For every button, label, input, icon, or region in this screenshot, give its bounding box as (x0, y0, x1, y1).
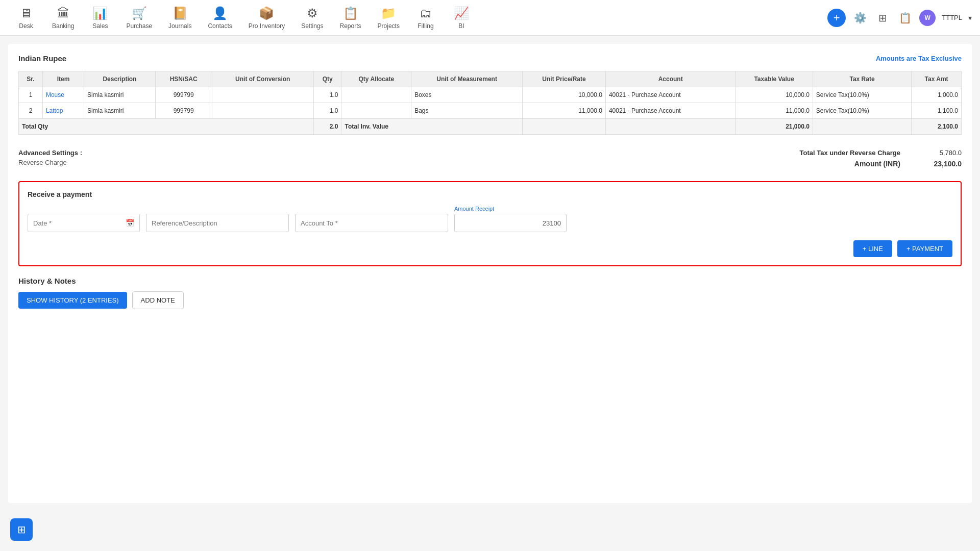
grid-icon[interactable]: ⊞ (874, 10, 891, 26)
nav-reports[interactable]: 📋 Reports (332, 2, 370, 34)
items-table: Sr. Item Description HSN/SAC Unit of Con… (18, 71, 962, 135)
nav-purchase-label: Purchase (126, 22, 152, 30)
total-inv-spacer2 (605, 119, 736, 135)
nav-right-actions: + ⚙️ ⊞ 📋 W TTTPL ▾ (827, 9, 972, 27)
col-uom: Unit of Measurement (411, 71, 523, 87)
add-note-button[interactable]: ADD NOTE (132, 291, 184, 309)
nav-banking[interactable]: 🏛 Banking (44, 2, 82, 34)
account-field (295, 214, 448, 232)
amount-row: Amount (INR) 23,100.0 (800, 160, 962, 168)
cell-tax-amt: 1,000.0 (912, 87, 962, 103)
amount-label: Amount (INR) (854, 160, 900, 168)
company-name: TTTPL (942, 14, 962, 21)
col-item: Item (42, 71, 84, 87)
date-input-wrapper[interactable]: 📅 (28, 214, 140, 232)
total-tax-amt: 2,100.0 (912, 119, 962, 135)
cell-account: 40021 - Purchase Account (605, 103, 736, 119)
nav-filling-label: Filling (418, 22, 433, 30)
add-button[interactable]: + (827, 9, 846, 27)
cell-account: 40021 - Purchase Account (605, 87, 736, 103)
amount-input[interactable] (460, 219, 561, 227)
desk-icon: 🖥 (20, 6, 32, 20)
summary-section: Total Tax under Reverse Charge 5,780.0 A… (800, 149, 962, 171)
total-qty-value: 2.0 (313, 119, 341, 135)
show-history-button[interactable]: SHOW HISTORY (2 ENTRIES) (18, 292, 127, 309)
tax-exclusive-label: Amounts are Tax Exclusive (876, 55, 962, 62)
col-account: Account (605, 71, 736, 87)
col-qty-allocate: Qty Allocate (341, 71, 411, 87)
amount-input-wrapper[interactable] (454, 214, 567, 232)
gear-icon[interactable]: ⚙️ (852, 10, 868, 26)
nav-projects-label: Projects (378, 22, 400, 30)
date-input[interactable] (33, 219, 126, 227)
reverse-charge-row: Total Tax under Reverse Charge 5,780.0 (800, 149, 962, 157)
item-link[interactable]: Lattop (46, 107, 63, 114)
nav-sales-label: Sales (92, 22, 108, 30)
table-row: 2 Lattop Simla kasmiri 999799 1.0 Bags 1… (19, 103, 962, 119)
filling-icon: 🗂 (420, 6, 432, 20)
cell-qty: 1.0 (313, 103, 341, 119)
col-sr: Sr. (19, 71, 43, 87)
nav-filling[interactable]: 🗂 Filling (408, 2, 444, 34)
nav-pro-inventory[interactable]: 📦 Pro Inventory (240, 2, 293, 34)
journals-icon: 📔 (173, 6, 188, 20)
nav-journals[interactable]: 📔 Journals (160, 2, 200, 34)
nav-contacts-label: Contacts (208, 22, 232, 30)
total-tax-spacer (813, 119, 911, 135)
main-content: Indian Rupee Amounts are Tax Exclusive S… (8, 44, 972, 503)
nav-bi[interactable]: 📈 BI (444, 2, 479, 34)
payment-section: Receive a payment 📅 Amount Receipt (18, 181, 962, 266)
avatar[interactable]: W (919, 10, 936, 26)
cell-sr: 1 (19, 87, 43, 103)
settings-icon: ⚙ (307, 6, 318, 20)
nav-inventory-label: Pro Inventory (249, 22, 285, 30)
ref-input-wrapper[interactable] (146, 214, 289, 232)
calendar-icon[interactable]: 📅 (126, 219, 134, 227)
date-field: 📅 (28, 214, 140, 232)
total-inv-label: Total Inv. Value (341, 119, 523, 135)
account-input[interactable] (301, 219, 443, 227)
nav-contacts[interactable]: 👤 Contacts (200, 2, 240, 34)
cell-qty-allocate (341, 87, 411, 103)
cell-unit-price: 11,000.0 (523, 103, 606, 119)
col-taxable-value: Taxable Value (736, 71, 813, 87)
purchase-icon: 🛒 (132, 6, 147, 20)
reverse-charge-label: Total Tax under Reverse Charge (800, 149, 900, 157)
account-input-wrapper[interactable] (295, 214, 448, 232)
nav-purchase[interactable]: 🛒 Purchase (118, 2, 160, 34)
contacts-icon: 👤 (212, 6, 228, 20)
col-unit-conv: Unit of Conversion (212, 71, 313, 87)
chevron-down-icon[interactable]: ▾ (968, 14, 972, 22)
cell-description: Simla kasmiri (84, 103, 156, 119)
total-row: Total Qty 2.0 Total Inv. Value 21,000.0 … (19, 119, 962, 135)
amount-value: 23,100.0 (921, 160, 962, 168)
cell-unit-conv (212, 103, 313, 119)
nav-reports-label: Reports (340, 22, 361, 30)
nav-settings[interactable]: ⚙ Settings (293, 2, 331, 34)
nav-journals-label: Journals (168, 22, 191, 30)
cell-tax-rate: Service Tax(10.0%) (813, 103, 911, 119)
nav-bi-label: BI (458, 22, 464, 30)
cell-uom: Bags (411, 103, 523, 119)
reports-icon: 📋 (343, 6, 358, 20)
bi-icon: 📈 (454, 6, 469, 20)
cell-item: Lattop (42, 103, 84, 119)
nav-projects[interactable]: 📁 Projects (370, 2, 408, 34)
col-hsn: HSN/SAC (155, 71, 212, 87)
reference-input[interactable] (152, 219, 283, 227)
projects-icon: 📁 (381, 6, 396, 20)
nav-desk-label: Desk (19, 22, 33, 30)
add-payment-button[interactable]: + PAYMENT (897, 240, 952, 257)
add-line-button[interactable]: + LINE (853, 240, 892, 257)
nav-desk[interactable]: 🖥 Desk (8, 2, 44, 34)
banking-icon: 🏛 (57, 6, 69, 20)
reverse-charge-value: 5,780.0 (921, 149, 962, 157)
col-description: Description (84, 71, 156, 87)
cell-description: Simla kasmiri (84, 87, 156, 103)
clipboard-icon[interactable]: 📋 (897, 10, 913, 26)
nav-sales[interactable]: 📊 Sales (82, 2, 118, 34)
item-link[interactable]: Mouse (46, 91, 64, 98)
advanced-value: Reverse Charge (18, 159, 82, 166)
cell-hsn: 999799 (155, 103, 212, 119)
reference-field (146, 214, 289, 232)
